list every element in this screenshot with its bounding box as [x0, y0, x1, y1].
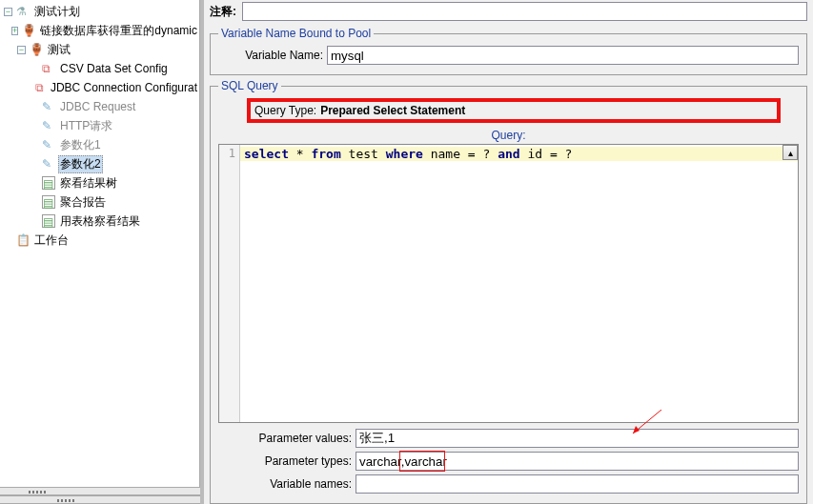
tree-splitter[interactable] [0, 487, 200, 495]
tok: name = ? [423, 147, 498, 161]
query-type-label: Query Type: [254, 104, 316, 117]
tree-panel: − ⚗ 测试计划 + 🏺 链接数据库获得重置的dynamic − 🏺 测试 ⧉ … [0, 0, 200, 504]
comments-label: 注释: [210, 4, 236, 20]
request-icon: ✎ [42, 100, 55, 113]
jdbc-icon: ⧉ [35, 81, 46, 94]
tree-label: 用表格察看结果 [58, 213, 142, 230]
comments-input[interactable] [242, 2, 807, 21]
variable-name-input[interactable] [327, 46, 799, 65]
query-area: Query: 1 select * from test where name =… [218, 129, 799, 423]
tree-jdbc-config[interactable]: ⧉ JDBC Connection Configurat [0, 78, 199, 97]
variable-name-label: Variable Name: [218, 49, 323, 62]
kw: select [244, 147, 289, 161]
kw: where [386, 147, 423, 161]
tree-test-group[interactable]: − 🏺 测试 [0, 40, 199, 59]
expand-toggle-icon[interactable]: − [4, 8, 12, 16]
flask-icon: ⚗ [16, 5, 30, 18]
tree-test-plan[interactable]: − ⚗ 测试计划 [0, 2, 199, 21]
tree-splitter[interactable] [0, 495, 200, 504]
sql-query-section: SQL Query Query Type: Prepared Select St… [210, 79, 807, 504]
main-panel: 注释: Variable Name Bound to Pool Variable… [200, 0, 813, 504]
tree-label: JDBC Connection Configurat [49, 81, 199, 94]
tok: * [289, 147, 311, 161]
tree-table-results[interactable]: ▤ 用表格察看结果 [0, 212, 199, 231]
sql-legend: SQL Query [218, 79, 281, 92]
query-header: Query: [218, 129, 799, 144]
tree-label: 测试 [46, 42, 72, 58]
expand-toggle-icon[interactable]: − [17, 46, 26, 54]
tree-csv-config[interactable]: ⧉ CSV Data Set Config [0, 59, 199, 78]
tree-label: 工作台 [32, 232, 71, 249]
table-icon: ▤ [42, 214, 55, 228]
param-types-input[interactable] [356, 452, 799, 471]
request-icon: ✎ [42, 119, 55, 132]
expand-toggle-icon[interactable]: + [11, 27, 18, 35]
tok: test [341, 147, 386, 161]
workbench-icon: 📋 [16, 233, 30, 247]
pencil-icon: ✎ [42, 157, 55, 171]
tree-param1[interactable]: ✎ 参数化1 [0, 135, 199, 154]
tree-workbench[interactable]: 📋 工作台 [0, 231, 199, 250]
jar-icon: 🏺 [22, 24, 35, 37]
query-code[interactable]: select * from test where name = ? and id… [240, 145, 798, 422]
kw: from [311, 147, 340, 161]
tree-aggregate-report[interactable]: ▤ 聚合报告 [0, 192, 199, 212]
tree-db-config[interactable]: + 🏺 链接数据库获得重置的dynamic [0, 21, 199, 40]
tree-param2[interactable]: ✎ 参数化2 [0, 154, 199, 173]
query-editor[interactable]: 1 select * from test where name = ? and … [218, 144, 799, 423]
tree-label: 参数化2 [58, 155, 103, 173]
tree-label: CSV Data Set Config [58, 62, 170, 75]
line-number: 1 [219, 147, 235, 160]
scroll-up-button[interactable]: ▴ [783, 145, 798, 160]
pool-legend: Variable Name Bound to Pool [218, 27, 374, 40]
query-type-highlight: Query Type: Prepared Select Statement [247, 98, 781, 123]
tok: id = ? [520, 147, 573, 161]
param-types-label: Parameter types: [218, 454, 352, 468]
csv-icon: ⧉ [42, 62, 55, 75]
tree-label: 聚合报告 [58, 194, 108, 211]
query-line[interactable]: select * from test where name = ? and id… [240, 147, 798, 161]
tree-label: HTTP请求 [58, 118, 114, 134]
tree-label: JDBC Request [58, 100, 137, 113]
tree-http-request[interactable]: ✎ HTTP请求 [0, 116, 199, 135]
pencil-icon: ✎ [42, 138, 55, 151]
gutter: 1 [219, 145, 240, 422]
param-values-input[interactable] [356, 429, 799, 448]
query-type-value: Prepared Select Statement [320, 104, 773, 117]
variable-names-input[interactable] [356, 474, 799, 494]
variable-names-label: Variable names: [218, 477, 352, 491]
comments-row: 注释: [204, 0, 813, 23]
tree-label: 察看结果树 [58, 175, 119, 192]
jar-icon: 🏺 [30, 43, 43, 56]
result-tree-icon: ▤ [42, 176, 55, 190]
report-icon: ▤ [42, 195, 55, 209]
param-values-label: Parameter values: [218, 432, 352, 445]
tree-view-results-tree[interactable]: ▤ 察看结果树 [0, 173, 199, 192]
kw: and [498, 147, 519, 161]
tree-label: 参数化1 [58, 137, 103, 153]
tree-label: 测试计划 [32, 4, 82, 20]
param-rows: Parameter values: Parameter types: Varia… [218, 429, 799, 497]
tree-label: 链接数据库获得重置的dynamic [38, 23, 199, 39]
tree-jdbc-request[interactable]: ✎ JDBC Request [0, 97, 199, 116]
spacer [4, 236, 12, 245]
pool-section: Variable Name Bound to Pool Variable Nam… [210, 27, 807, 75]
